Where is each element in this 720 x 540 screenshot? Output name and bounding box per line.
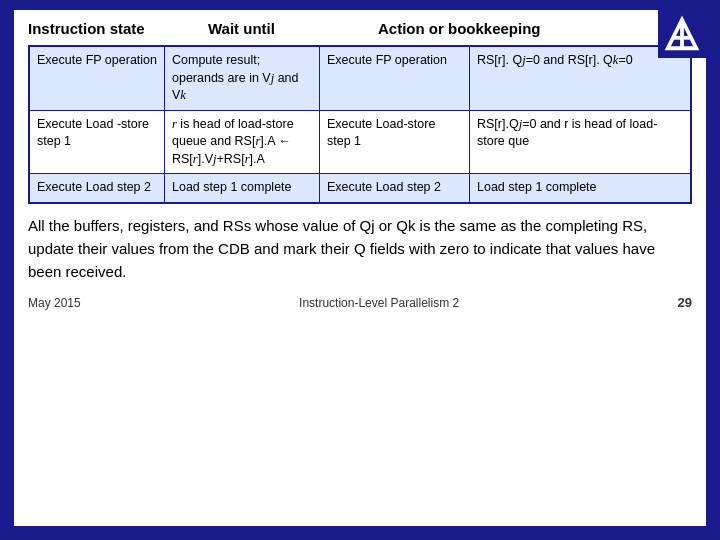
cell-wait-2: r is head of load-store queue and RS[r].… [165,111,320,174]
cell-action-2: Execute Load-store step 1 [320,111,470,174]
header-instruction: Instruction state [28,20,208,37]
table-row: Execute Load step 2 Load step 1 complete… [30,174,690,202]
cell-action-3: Execute Load step 2 [320,174,470,202]
cell-instruction-2: Execute Load -store step 1 [30,111,165,174]
cell-bookkeeping-3: Load step 1 complete [470,174,690,202]
header-action: Action or bookkeeping [378,20,642,37]
header-wait: Wait until [208,20,378,37]
footer-title: Instruction-Level Parallelism 2 [299,296,459,310]
cell-instruction-1: Execute FP operation [30,47,165,110]
table-header: Instruction state Wait until Action or b… [28,20,692,37]
cell-wait-1: Compute result; operands are in Vj and V… [165,47,320,110]
footer-page: 29 [678,295,692,310]
main-table: Execute FP operation Compute result; ope… [28,45,692,204]
logo [658,10,706,58]
table-row: Execute Load -store step 1 r is head of … [30,111,690,175]
footer-date: May 2015 [28,296,81,310]
footer: May 2015 Instruction-Level Parallelism 2… [28,295,692,310]
cell-instruction-3: Execute Load step 2 [30,174,165,202]
slide-content: Instruction state Wait until Action or b… [14,10,706,526]
description-text: All the buffers, registers, and RSs whos… [28,214,692,284]
cell-action-1: Execute FP operation [320,47,470,110]
cell-wait-3: Load step 1 complete [165,174,320,202]
cell-bookkeeping-1: RS[r]. Qj=0 and RS[r]. Qk=0 [470,47,690,110]
cell-bookkeeping-2: RS[r].Qj=0 and r is head of load-store q… [470,111,690,174]
table-row: Execute FP operation Compute result; ope… [30,47,690,111]
